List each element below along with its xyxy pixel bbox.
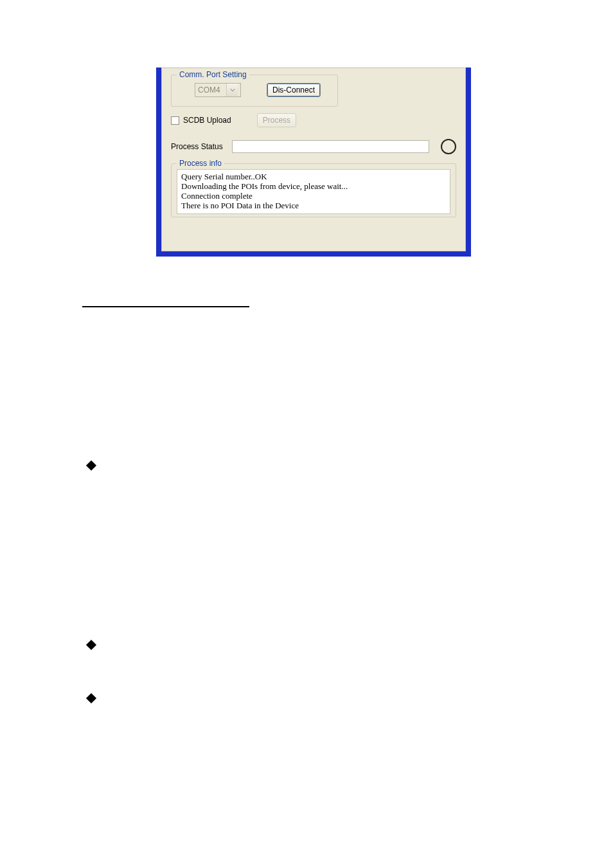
com-port-select[interactable] — [195, 83, 241, 97]
svg-marker-0 — [86, 460, 96, 471]
scdb-upload-checkbox[interactable]: SCDB Upload — [171, 116, 231, 125]
process-info-line: Query Serial number..OK — [181, 172, 446, 182]
main-panel: Comm. Port Setting Dis-Connect — [161, 68, 466, 251]
process-status-label: Process Status — [171, 142, 223, 151]
scdb-upload-label: SCDB Upload — [183, 116, 231, 125]
process-info-group: Process info Query Serial number..OK Dow… — [171, 163, 456, 217]
comm-port-group: Comm. Port Setting Dis-Connect — [171, 75, 338, 107]
com-port-value — [195, 84, 226, 96]
spinner-icon — [441, 139, 456, 154]
process-info-line: Downloading the POIs from device, please… — [181, 182, 446, 192]
process-button-label: Process — [263, 116, 290, 125]
chevron-down-icon — [226, 84, 238, 96]
svg-marker-1 — [86, 640, 96, 650]
process-status-field — [232, 140, 429, 153]
process-info-line: Connection complete — [181, 192, 446, 201]
checkbox-box-icon — [171, 116, 179, 125]
svg-marker-2 — [86, 693, 96, 703]
process-button: Process — [257, 113, 296, 127]
diamond-bullet-icon — [84, 691, 98, 705]
diamond-bullet-icon — [84, 458, 98, 473]
comm-port-legend: Comm. Port Setting — [177, 70, 249, 79]
process-info-legend: Process info — [177, 159, 224, 168]
horizontal-rule — [82, 306, 249, 307]
diamond-bullet-icon — [84, 638, 98, 652]
disconnect-button[interactable]: Dis-Connect — [267, 83, 321, 97]
process-info-textarea: Query Serial number..OK Downloading the … — [177, 169, 450, 214]
process-info-line: There is no POI Data in the Device — [181, 201, 446, 211]
window-frame: Comm. Port Setting Dis-Connect — [156, 68, 471, 257]
disconnect-button-label: Dis-Connect — [272, 86, 315, 95]
